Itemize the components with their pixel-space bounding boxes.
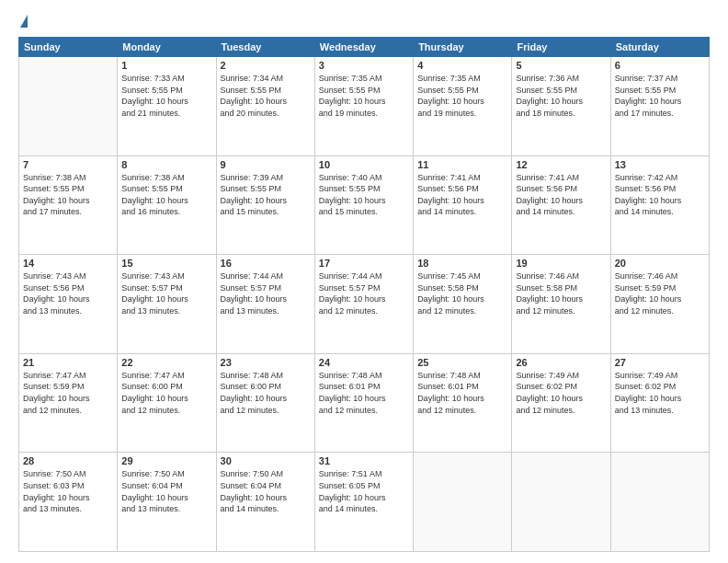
calendar-cell: 5Sunrise: 7:36 AMSunset: 5:55 PMDaylight…	[512, 57, 610, 156]
weekday-header-monday: Monday	[118, 38, 216, 57]
day-number: 13	[615, 159, 705, 170]
calendar-cell: 6Sunrise: 7:37 AMSunset: 5:55 PMDaylight…	[610, 57, 709, 156]
calendar-cell: 22Sunrise: 7:47 AMSunset: 6:00 PMDayligh…	[118, 353, 216, 453]
day-number: 24	[319, 357, 409, 368]
calendar-cell: 15Sunrise: 7:43 AMSunset: 5:57 PMDayligh…	[118, 255, 216, 354]
calendar-cell: 20Sunrise: 7:46 AMSunset: 5:59 PMDayligh…	[610, 255, 709, 354]
page: SundayMondayTuesdayWednesdayThursdayFrid…	[0, 0, 728, 563]
day-info: Sunrise: 7:44 AMSunset: 5:57 PMDaylight:…	[319, 270, 409, 316]
day-number: 23	[221, 357, 311, 368]
day-number: 25	[417, 357, 507, 368]
day-number: 5	[516, 60, 606, 71]
calendar-cell: 27Sunrise: 7:49 AMSunset: 6:02 PMDayligh…	[610, 353, 709, 453]
day-info: Sunrise: 7:34 AMSunset: 5:55 PMDaylight:…	[221, 73, 311, 119]
logo-text	[18, 17, 28, 28]
day-number: 1	[121, 60, 211, 71]
weekday-header-sunday: Sunday	[19, 38, 118, 57]
week-row-4: 21Sunrise: 7:47 AMSunset: 5:59 PMDayligh…	[19, 353, 710, 453]
calendar-cell: 29Sunrise: 7:50 AMSunset: 6:04 PMDayligh…	[118, 453, 216, 552]
calendar-cell: 10Sunrise: 7:40 AMSunset: 5:55 PMDayligh…	[314, 155, 413, 255]
day-info: Sunrise: 7:49 AMSunset: 6:02 PMDaylight:…	[516, 370, 606, 416]
calendar-cell: 11Sunrise: 7:41 AMSunset: 5:56 PMDayligh…	[414, 155, 512, 255]
day-info: Sunrise: 7:33 AMSunset: 5:55 PMDaylight:…	[121, 73, 211, 119]
calendar-cell: 19Sunrise: 7:46 AMSunset: 5:58 PMDayligh…	[512, 255, 610, 354]
day-info: Sunrise: 7:41 AMSunset: 5:56 PMDaylight:…	[516, 172, 606, 218]
calendar-cell: 12Sunrise: 7:41 AMSunset: 5:56 PMDayligh…	[512, 155, 610, 255]
day-info: Sunrise: 7:41 AMSunset: 5:56 PMDaylight:…	[417, 172, 507, 218]
logo-triangle-icon	[20, 15, 28, 28]
day-info: Sunrise: 7:40 AMSunset: 5:55 PMDaylight:…	[319, 172, 409, 218]
calendar-cell: 16Sunrise: 7:44 AMSunset: 5:57 PMDayligh…	[216, 255, 314, 354]
calendar-cell: 25Sunrise: 7:48 AMSunset: 6:01 PMDayligh…	[414, 353, 512, 453]
day-info: Sunrise: 7:35 AMSunset: 5:55 PMDaylight:…	[319, 73, 409, 119]
calendar-cell: 23Sunrise: 7:48 AMSunset: 6:00 PMDayligh…	[216, 353, 314, 453]
day-info: Sunrise: 7:49 AMSunset: 6:02 PMDaylight:…	[615, 370, 705, 416]
day-number: 11	[417, 159, 507, 170]
day-number: 19	[516, 258, 606, 269]
week-row-2: 7Sunrise: 7:38 AMSunset: 5:55 PMDaylight…	[19, 155, 710, 255]
weekday-header-tuesday: Tuesday	[216, 38, 314, 57]
header	[18, 17, 710, 28]
day-info: Sunrise: 7:38 AMSunset: 5:55 PMDaylight:…	[23, 172, 113, 218]
day-info: Sunrise: 7:43 AMSunset: 5:56 PMDaylight:…	[23, 270, 113, 316]
day-info: Sunrise: 7:39 AMSunset: 5:55 PMDaylight:…	[221, 172, 311, 218]
day-number: 27	[615, 357, 705, 368]
day-info: Sunrise: 7:48 AMSunset: 6:01 PMDaylight:…	[417, 370, 507, 416]
day-info: Sunrise: 7:50 AMSunset: 6:04 PMDaylight:…	[121, 468, 211, 514]
day-info: Sunrise: 7:46 AMSunset: 5:59 PMDaylight:…	[615, 270, 705, 316]
weekday-header-thursday: Thursday	[414, 38, 512, 57]
weekday-header-friday: Friday	[512, 38, 610, 57]
day-number: 29	[121, 455, 211, 466]
calendar-cell: 4Sunrise: 7:35 AMSunset: 5:55 PMDaylight…	[414, 57, 512, 156]
calendar-cell: 17Sunrise: 7:44 AMSunset: 5:57 PMDayligh…	[314, 255, 413, 354]
day-number: 28	[23, 455, 113, 466]
day-info: Sunrise: 7:50 AMSunset: 6:04 PMDaylight:…	[221, 468, 311, 514]
day-number: 8	[121, 159, 211, 170]
day-info: Sunrise: 7:43 AMSunset: 5:57 PMDaylight:…	[121, 270, 211, 316]
calendar-cell: 3Sunrise: 7:35 AMSunset: 5:55 PMDaylight…	[314, 57, 413, 156]
calendar-cell	[512, 453, 610, 552]
day-number: 6	[615, 60, 705, 71]
day-info: Sunrise: 7:37 AMSunset: 5:55 PMDaylight:…	[615, 73, 705, 119]
weekday-header-row: SundayMondayTuesdayWednesdayThursdayFrid…	[19, 38, 710, 57]
day-number: 26	[516, 357, 606, 368]
calendar-cell: 24Sunrise: 7:48 AMSunset: 6:01 PMDayligh…	[314, 353, 413, 453]
day-number: 3	[319, 60, 409, 71]
day-info: Sunrise: 7:35 AMSunset: 5:55 PMDaylight:…	[417, 73, 507, 119]
day-info: Sunrise: 7:45 AMSunset: 5:58 PMDaylight:…	[417, 270, 507, 316]
day-info: Sunrise: 7:47 AMSunset: 6:00 PMDaylight:…	[121, 370, 211, 416]
calendar-cell: 31Sunrise: 7:51 AMSunset: 6:05 PMDayligh…	[314, 453, 413, 552]
day-info: Sunrise: 7:38 AMSunset: 5:55 PMDaylight:…	[121, 172, 211, 218]
day-number: 22	[121, 357, 211, 368]
calendar-cell: 14Sunrise: 7:43 AMSunset: 5:56 PMDayligh…	[19, 255, 118, 354]
day-info: Sunrise: 7:44 AMSunset: 5:57 PMDaylight:…	[221, 270, 311, 316]
day-info: Sunrise: 7:42 AMSunset: 5:56 PMDaylight:…	[615, 172, 705, 218]
day-number: 16	[221, 258, 311, 269]
week-row-1: 1Sunrise: 7:33 AMSunset: 5:55 PMDaylight…	[19, 57, 710, 156]
day-number: 15	[121, 258, 211, 269]
day-info: Sunrise: 7:47 AMSunset: 5:59 PMDaylight:…	[23, 370, 113, 416]
calendar-cell: 30Sunrise: 7:50 AMSunset: 6:04 PMDayligh…	[216, 453, 314, 552]
calendar-cell: 7Sunrise: 7:38 AMSunset: 5:55 PMDaylight…	[19, 155, 118, 255]
day-info: Sunrise: 7:48 AMSunset: 6:01 PMDaylight:…	[319, 370, 409, 416]
calendar-cell: 26Sunrise: 7:49 AMSunset: 6:02 PMDayligh…	[512, 353, 610, 453]
calendar-cell	[19, 57, 118, 156]
day-number: 18	[417, 258, 507, 269]
day-number: 20	[615, 258, 705, 269]
day-number: 9	[221, 159, 311, 170]
day-info: Sunrise: 7:48 AMSunset: 6:00 PMDaylight:…	[221, 370, 311, 416]
day-info: Sunrise: 7:36 AMSunset: 5:55 PMDaylight:…	[516, 73, 606, 119]
day-number: 17	[319, 258, 409, 269]
day-info: Sunrise: 7:51 AMSunset: 6:05 PMDaylight:…	[319, 468, 409, 514]
calendar-cell	[414, 453, 512, 552]
calendar-cell: 18Sunrise: 7:45 AMSunset: 5:58 PMDayligh…	[414, 255, 512, 354]
day-number: 10	[319, 159, 409, 170]
week-row-3: 14Sunrise: 7:43 AMSunset: 5:56 PMDayligh…	[19, 255, 710, 354]
calendar-cell: 9Sunrise: 7:39 AMSunset: 5:55 PMDaylight…	[216, 155, 314, 255]
day-number: 21	[23, 357, 113, 368]
calendar-table: SundayMondayTuesdayWednesdayThursdayFrid…	[18, 37, 710, 552]
day-info: Sunrise: 7:50 AMSunset: 6:03 PMDaylight:…	[23, 468, 113, 514]
week-row-5: 28Sunrise: 7:50 AMSunset: 6:03 PMDayligh…	[19, 453, 710, 552]
weekday-header-saturday: Saturday	[610, 38, 709, 57]
calendar-cell: 13Sunrise: 7:42 AMSunset: 5:56 PMDayligh…	[610, 155, 709, 255]
